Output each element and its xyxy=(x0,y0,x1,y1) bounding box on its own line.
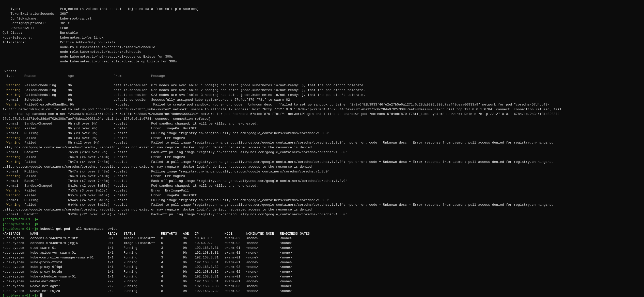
pod-4: kube-system kube-apiserver-swarm-01 1/1 … xyxy=(3,251,292,255)
toleration-3: node.kubernetes.io/not-ready:NoExecute o… xyxy=(3,55,173,59)
event-17: Normal SandboxChanged 8m19s (x2 over 8m3… xyxy=(3,184,258,188)
event-1: Warning FailedScheduling 9h default-sche… xyxy=(3,83,365,87)
event-12: Warning Failed 7h47m (x4 over 7h48m) kub… xyxy=(3,155,189,159)
event-10: Warning Failed 8h (x12 over 9h) kubelet … xyxy=(3,141,554,145)
terminal-window[interactable]: Type: Projected (a volume that contains … xyxy=(0,0,644,297)
event-13b: .aliyuncs.com/google_containers/coredns/… xyxy=(3,165,312,169)
config-type-label: Type: xyxy=(3,7,60,11)
event-4: Normal Scheduled 9h default-scheduler Su… xyxy=(3,98,290,102)
event-13: Warning Failed 7h47m (x4 over 7h48m) kub… xyxy=(3,160,554,164)
tolerations-label: Tolerations: xyxy=(3,41,60,44)
downward-api-value: true xyxy=(60,26,68,30)
pod-11: kube-system weave-net-dg9f7 2/2 Running … xyxy=(3,284,292,288)
events-col-dividers: ---- ------ --- ---- ------- xyxy=(3,79,165,83)
configmap-optional-value: <nil> xyxy=(60,21,70,25)
event-2: Warning FailedScheduling 9h default-sche… xyxy=(3,88,365,92)
event-5b: f78tf": networkPlugin cni failed to set … xyxy=(3,108,561,111)
final-prompt[interactable]: [root@swarm-01 ~]# xyxy=(3,294,42,297)
config-type-value: Projected (a volume that contains inject… xyxy=(60,7,199,11)
event-15: Warning Failed 7h47m (x4 over 7h48m) kub… xyxy=(3,174,189,178)
event-7: Warning Failed 9h (x4 over 9h) kubelet E… xyxy=(3,127,197,130)
prompt-1: [root@swarm-01 ~]# xyxy=(3,217,38,221)
cursor-block xyxy=(40,293,42,297)
event-5d: 6fe2e27b5e6a1271c6c28da9702c308c7aef48de… xyxy=(3,117,211,121)
event-11: Normal BackOff 7h53m (x329 over 9h) kube… xyxy=(3,150,347,154)
node-selectors-value: kubernetes.io/os=linux xyxy=(60,36,104,40)
token-expiration-label: TokenExpirationSeconds: xyxy=(3,12,60,16)
event-21: Warning Failed 6m44s (x4 over 8m15s) kub… xyxy=(3,203,554,207)
event-8: Normal Pulling 9h (x3 over 9h) kubelet P… xyxy=(3,131,329,135)
pod-9: kube-system kube-scheduler-swarm-01 1/1 … xyxy=(3,275,292,278)
configmap-optional-label: ConfigMapOptional: xyxy=(3,21,60,25)
event-22: Normal BackOff 3m28s (x21 over 8m15s) ku… xyxy=(3,213,347,216)
event-16: Normal BackOff 7h46m (x7 over 7h48m) kub… xyxy=(3,179,347,183)
event-20: Normal Pulling 6m44s (x4 over 8m16s) kub… xyxy=(3,198,329,202)
configmap-name-value: kube-root-ca.crt xyxy=(60,17,92,21)
pod-1: kube-system coredns-57d4cbf879-f78tf 0/1… xyxy=(3,236,292,240)
event-21b: .aliyuncs.com/google_containers/coredns/… xyxy=(3,208,312,212)
event-18: Warning Failed 7m37s (3 over 8m15s) kube… xyxy=(3,189,189,193)
events-header: Events: xyxy=(3,69,17,73)
prompt-2: [root@swarm-01 ~]# xyxy=(3,222,38,226)
pod-2: kube-system coredns-57d4cbf879-jxgj6 0/1… xyxy=(3,241,292,245)
pod-12: kube-system weave-net-r9j2d 2/2 Running … xyxy=(3,289,292,293)
toleration-4: node.kubernetes.io/unreachable:NoExecute… xyxy=(3,60,177,63)
qos-class-label: QoS Class: xyxy=(3,31,60,35)
event-10b: .aliyuncs.com/google_containers/coredns/… xyxy=(3,146,312,149)
event-5c: ed to clean up sandbox container "2a3a6f… xyxy=(3,112,559,116)
pod-10: kube-system weave-net-9hvf7 2/2 Running … xyxy=(3,279,292,283)
toleration-2: node-role.kubernetes.io/master:NoSchedul… xyxy=(3,50,141,54)
tolerations-value: CriticalAddonsOnly op=Exists xyxy=(60,41,115,44)
pod-3: kube-system etcd-swarm-01 1/1 Running 3 … xyxy=(3,246,292,250)
toleration-1: node-role.kubernetes.io/control-plane:No… xyxy=(3,45,155,49)
pod-6: kube-system kube-proxy-2zvtd 1/1 Running… xyxy=(3,260,292,264)
downward-api-label: DownwardAPI: xyxy=(3,26,60,30)
pods-header: NAMESPACE NAME READY STATUS RESTARTS AGE… xyxy=(3,232,310,236)
event-9: Warning Failed 9h (x3 over 9h) kubelet E… xyxy=(3,136,189,140)
pod-7: kube-system kube-proxy-6f4qd 1/1 Running… xyxy=(3,265,292,269)
pod-8: kube-system kube-proxy-hctdg 1/1 Running… xyxy=(3,270,292,274)
event-5: Warning FailedCreatePodSandBox 9h kubele… xyxy=(3,103,549,107)
qos-class-value: Burstable xyxy=(60,31,78,35)
event-14: Normal Pulling 7h47m (x4 over 7h48m) kub… xyxy=(3,170,329,173)
prompt-3: [root@swarm-01 ~]# kubectl get pod --all… xyxy=(3,227,118,231)
configmap-name-label: ConfigMapName: xyxy=(3,17,60,21)
node-selectors-label: Node-Selectors: xyxy=(3,36,60,40)
token-expiration-value: 3607 xyxy=(60,12,68,16)
event-6: Normal SandboxChanged 9h (x8 over 9h) ku… xyxy=(3,122,258,126)
pod-5: kube-system kube-controller-manager-swar… xyxy=(3,256,292,259)
event-19: Warning Failed 6m57s (x6 over 8m15s) kub… xyxy=(3,194,197,197)
event-3: Warning FailedScheduling 9h default-sche… xyxy=(3,93,365,97)
events-col-headers: Type Reason Age From Message xyxy=(3,74,165,78)
